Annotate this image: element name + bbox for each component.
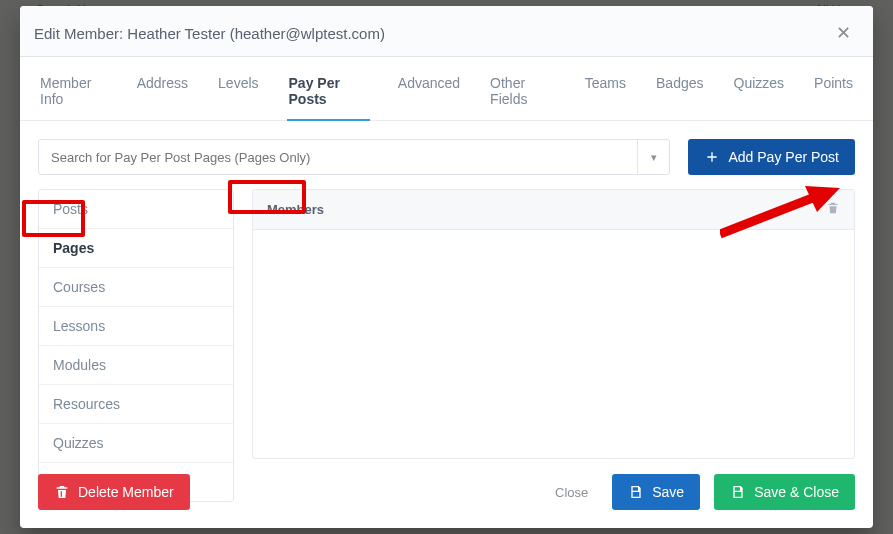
delete-member-label: Delete Member	[78, 484, 174, 500]
tab-teams[interactable]: Teams	[583, 71, 628, 120]
tab-quizzes[interactable]: Quizzes	[732, 71, 787, 120]
search-combo[interactable]: ▾	[38, 139, 670, 175]
tab-pay-per-posts[interactable]: Pay Per Posts	[287, 71, 370, 121]
tab-member-info[interactable]: Member Info	[38, 71, 109, 120]
close-icon: ✕	[836, 23, 851, 43]
tab-strip: Member InfoAddressLevelsPay Per PostsAdv…	[20, 57, 873, 121]
main-area: PostsPagesCoursesLessonsModulesResources…	[20, 189, 873, 458]
sidebar-item-courses[interactable]: Courses	[39, 268, 233, 307]
content-row: Members	[253, 190, 854, 230]
save-icon	[628, 484, 644, 500]
plus-icon	[704, 149, 720, 165]
close-button[interactable]: Close	[545, 479, 598, 506]
sidebar: PostsPagesCoursesLessonsModulesResources…	[38, 189, 234, 502]
delete-member-button[interactable]: Delete Member	[38, 474, 190, 510]
footer-actions: Close Save Save & Close	[545, 474, 855, 510]
tab-other-fields[interactable]: Other Fields	[488, 71, 557, 120]
tab-badges[interactable]: Badges	[654, 71, 705, 120]
save-icon	[730, 484, 746, 500]
tab-advanced[interactable]: Advanced	[396, 71, 462, 120]
save-close-button[interactable]: Save & Close	[714, 474, 855, 510]
remove-row-button[interactable]	[826, 201, 840, 218]
save-label: Save	[652, 484, 684, 500]
search-dropdown-toggle[interactable]: ▾	[637, 140, 669, 174]
content-row-label: Members	[267, 202, 324, 217]
sidebar-item-pages[interactable]: Pages	[39, 229, 233, 268]
sidebar-item-modules[interactable]: Modules	[39, 346, 233, 385]
modal-header: Edit Member: Heather Tester (heather@wlp…	[20, 6, 873, 57]
modal-title: Edit Member: Heather Tester (heather@wlp…	[34, 25, 385, 42]
add-ppp-label: Add Pay Per Post	[728, 149, 839, 165]
tab-address[interactable]: Address	[135, 71, 190, 120]
save-button[interactable]: Save	[612, 474, 700, 510]
search-input[interactable]	[39, 140, 637, 174]
edit-member-modal: Edit Member: Heather Tester (heather@wlp…	[20, 6, 873, 528]
save-close-label: Save & Close	[754, 484, 839, 500]
sidebar-item-resources[interactable]: Resources	[39, 385, 233, 424]
trash-icon	[826, 201, 840, 215]
add-pay-per-post-button[interactable]: Add Pay Per Post	[688, 139, 855, 175]
tab-levels[interactable]: Levels	[216, 71, 260, 120]
content-panel: Members	[252, 189, 855, 459]
footer: Delete Member Close Save Save & Close	[20, 458, 873, 528]
chevron-down-icon: ▾	[651, 151, 657, 164]
sidebar-item-posts[interactable]: Posts	[39, 190, 233, 229]
tab-points[interactable]: Points	[812, 71, 855, 120]
trash-icon	[54, 484, 70, 500]
modal-close-button[interactable]: ✕	[832, 20, 855, 46]
sidebar-item-lessons[interactable]: Lessons	[39, 307, 233, 346]
toolbar: ▾ Add Pay Per Post	[20, 121, 873, 189]
